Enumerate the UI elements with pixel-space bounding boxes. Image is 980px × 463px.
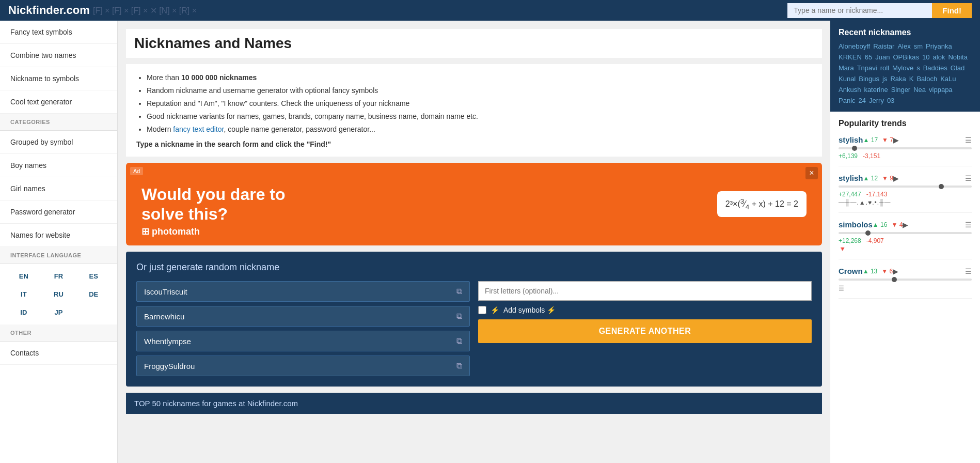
copy-icon-1[interactable]: ⧉ <box>456 312 462 321</box>
trend-up-3: ▲ 13 <box>863 268 878 275</box>
sidebar-item-password-generator[interactable]: Password generator <box>0 200 117 224</box>
header: [F] × [F] × [F] × ✕ [N] × [R] × Nickfind… <box>0 0 980 21</box>
copy-icon-2[interactable]: ⧉ <box>456 336 462 346</box>
recent-name-item[interactable]: katerine <box>864 86 888 94</box>
sidebar-item-grouped-by-symbol[interactable]: Grouped by symbol <box>0 131 117 154</box>
lang-fr[interactable]: FR <box>43 269 74 283</box>
recent-names: Aloneboyff Raistar Alex sm Priyanka KRKE… <box>839 42 972 104</box>
recent-name-item[interactable]: Singer <box>891 86 911 94</box>
recent-name-item[interactable]: Raistar <box>873 42 894 50</box>
popularity-box: Popularity trends stylish▲ 17▼ 7▶☰+6,139… <box>830 112 980 463</box>
lang-en[interactable]: EN <box>8 269 39 283</box>
sidebar-item-cool-text-generator[interactable]: Cool text generator <box>0 90 117 114</box>
sidebar-item-girl-names[interactable]: Girl names <box>0 177 117 200</box>
trend-bar-0[interactable] <box>839 147 972 149</box>
recent-name-item[interactable]: 24 <box>859 97 866 104</box>
lang-ru[interactable]: RU <box>43 287 74 301</box>
recent-name-item[interactable]: Baloch <box>916 75 937 83</box>
recent-name-item[interactable]: Mylove <box>892 64 913 72</box>
find-button[interactable]: Find! <box>932 3 972 18</box>
recent-name-item[interactable]: alok <box>933 53 945 61</box>
recent-name-item[interactable]: K <box>909 75 914 83</box>
lang-id[interactable]: ID <box>8 305 39 319</box>
recent-name-item[interactable]: roll <box>880 64 889 72</box>
recent-name-item[interactable]: Mara <box>839 64 854 72</box>
sidebar-item-combine-two-names[interactable]: Combine two names <box>0 44 117 67</box>
search-input[interactable] <box>787 3 932 18</box>
copy-icon-3[interactable]: ⧉ <box>456 361 462 371</box>
recent-name-item[interactable]: Nobita <box>948 53 968 61</box>
trend-down-2: ▼ 4 <box>891 221 903 228</box>
trend-name-1[interactable]: stylish <box>839 174 863 182</box>
first-letters-input[interactable] <box>478 281 812 301</box>
trend-bar-3[interactable] <box>839 279 972 281</box>
recent-name-item[interactable]: Raka <box>890 75 906 83</box>
recent-name-item[interactable]: KaLu <box>940 75 956 83</box>
cta-text: Type a nickname in the search form and c… <box>136 140 812 148</box>
trend-name-0[interactable]: stylish <box>839 135 863 144</box>
recent-name-item[interactable]: KRKEN <box>839 53 862 61</box>
trends-list: stylish▲ 17▼ 7▶☰+6,139-3,151stylish▲ 12▼… <box>839 135 972 299</box>
trend-bar-2[interactable] <box>839 232 972 234</box>
recent-name-item[interactable]: 10 <box>922 53 929 61</box>
recent-name-item[interactable]: Priyanka <box>926 42 952 50</box>
trend-play-3[interactable]: ▶ <box>893 267 898 275</box>
add-symbols-label[interactable]: Add symbols ⚡ <box>503 306 556 314</box>
trend-play-1[interactable]: ▶ <box>893 174 899 182</box>
add-symbols-row: ⚡ Add symbols ⚡ <box>478 306 812 314</box>
recent-name-item[interactable]: Bingus <box>859 75 879 83</box>
fancy-text-editor-link[interactable]: fancy text editor <box>173 125 224 133</box>
recent-name-item[interactable]: vippapa <box>929 86 953 94</box>
recent-name-item[interactable]: sm <box>914 42 923 50</box>
sidebar-item-contacts[interactable]: Contacts <box>0 342 117 365</box>
trend-menu-icon-1[interactable]: ☰ <box>965 174 972 182</box>
recent-name-item[interactable]: 03 <box>887 97 894 104</box>
recent-name-item[interactable]: Baddies <box>923 64 947 72</box>
trend-menu-icon-2[interactable]: ☰ <box>965 221 972 229</box>
recent-name-item[interactable]: s <box>916 64 920 72</box>
site-logo[interactable]: Nickfinder.com <box>8 4 90 17</box>
recent-name-item[interactable]: OPBikas <box>893 53 919 61</box>
sidebar-item-fancy-text-symbols[interactable]: Fancy text symbols <box>0 21 117 44</box>
lang-es[interactable]: ES <box>78 269 109 283</box>
recent-name-item[interactable]: 65 <box>865 53 872 61</box>
trend-play-2[interactable]: ▶ <box>903 221 908 229</box>
recent-name-item[interactable]: Kunal <box>839 75 856 83</box>
recent-name-item[interactable]: Alex <box>897 42 910 50</box>
recent-name-item[interactable]: Juan <box>875 53 890 61</box>
recent-name-item[interactable]: Jerry <box>869 97 884 104</box>
lang-jp[interactable]: JP <box>43 305 74 319</box>
trend-play-0[interactable]: ▶ <box>893 136 899 144</box>
recent-name-item[interactable]: Glad <box>951 64 965 72</box>
recent-name-item[interactable]: Panic <box>839 97 856 104</box>
trend-menu-icon-0[interactable]: ☰ <box>965 136 972 144</box>
recent-name-item[interactable]: js <box>882 75 887 83</box>
sidebar-item-names-for-website[interactable]: Names for website <box>0 224 117 247</box>
sidebar-item-boy-names[interactable]: Boy names <box>0 154 117 177</box>
trend-name-2[interactable]: simbolos <box>839 220 873 229</box>
trend-menu-icon-3[interactable]: ☰ <box>965 267 972 275</box>
name-item-1[interactable]: Barnewhicu ⧉ <box>136 306 470 327</box>
main-content: Nicknames and Names More than 10 000 000… <box>118 21 830 463</box>
trend-bar-1[interactable] <box>839 186 972 188</box>
lang-it[interactable]: IT <box>8 287 39 301</box>
right-panel: Recent nicknames Aloneboyff Raistar Alex… <box>830 21 980 463</box>
trend-name-3[interactable]: Crown <box>839 267 863 275</box>
copy-icon-0[interactable]: ⧉ <box>456 287 462 296</box>
name-item-2[interactable]: Whentlympse ⧉ <box>136 331 470 351</box>
info-item-4: Good nickname variants for names, games,… <box>147 111 812 122</box>
lang-de[interactable]: DE <box>78 287 109 301</box>
name-item-3[interactable]: FroggySuldrou ⧉ <box>136 356 470 376</box>
ad-close-button[interactable]: × <box>805 167 818 179</box>
recent-name-item[interactable]: Aloneboyff <box>839 42 870 50</box>
name-item-0[interactable]: IscouTriscuit ⧉ <box>136 281 470 302</box>
add-symbols-checkbox[interactable] <box>478 306 486 314</box>
recent-name-item[interactable]: Ankush <box>839 86 861 94</box>
recent-name-item[interactable]: Tnpavi <box>857 64 877 72</box>
generate-button[interactable]: GENERATE ANOTHER <box>478 319 812 343</box>
generator-box: Or just generate random nickname IscouTr… <box>126 252 822 387</box>
recent-name-item[interactable]: Nea <box>913 86 926 94</box>
name-text-0: IscouTriscuit <box>144 287 187 296</box>
sidebar-item-nickname-to-symbols[interactable]: Nickname to symbols <box>0 67 117 90</box>
trend-down-3: ▼ 6 <box>881 268 893 275</box>
